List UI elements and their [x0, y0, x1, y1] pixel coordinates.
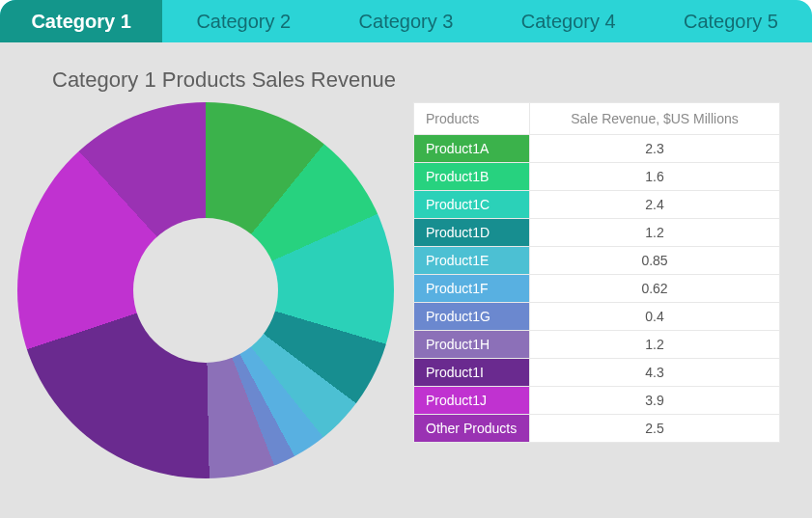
table-cell-product-name: Product1F: [414, 275, 530, 303]
panel: Category 1 Products Sales Revenue Produc…: [0, 42, 812, 518]
table-header-products: Products: [414, 103, 530, 135]
table-cell-product-name: Product1B: [414, 163, 530, 191]
table-row: Product1B1.6: [414, 163, 780, 191]
table-row: Product1I4.3: [414, 359, 780, 387]
tab-category-4[interactable]: Category 4: [488, 0, 650, 42]
tab-category-2[interactable]: Category 2: [162, 0, 324, 42]
chart-title: Category 1 Products Sales Revenue: [52, 68, 795, 93]
table-row: Product1C2.4: [414, 191, 780, 219]
table-cell-value: 1.2: [530, 219, 780, 247]
data-table: Products Sale Revenue, $US Millions Prod…: [413, 102, 780, 443]
table-row: Product1E0.85: [414, 247, 780, 275]
table-cell-value: 0.4: [530, 303, 780, 331]
table-row: Product1H1.2: [414, 331, 780, 359]
table-row: Product1F0.62: [414, 275, 780, 303]
table-cell-value: 2.3: [530, 135, 780, 163]
table-cell-value: 1.2: [530, 331, 780, 359]
table-cell-product-name: Product1A: [414, 135, 530, 163]
table-cell-value: 1.6: [530, 163, 780, 191]
table-cell-product-name: Product1H: [414, 331, 530, 359]
table-cell-product-name: Product1G: [414, 303, 530, 331]
table-header-value: Sale Revenue, $US Millions: [530, 103, 780, 135]
table-cell-value: 3.9: [530, 387, 780, 415]
table-cell-product-name: Product1E: [414, 247, 530, 275]
table-cell-value: 4.3: [530, 359, 780, 387]
table-header-row: Products Sale Revenue, $US Millions: [414, 103, 780, 135]
table-row: Product1A2.3: [414, 135, 780, 163]
table-cell-value: 2.5: [530, 415, 780, 443]
tab-bar: Category 1 Category 2 Category 3 Categor…: [0, 0, 812, 42]
table-cell-product-name: Product1I: [414, 359, 530, 387]
donut-chart: [17, 102, 394, 478]
tab-category-1[interactable]: Category 1: [0, 0, 162, 42]
table-row: Product1G0.4: [414, 303, 780, 331]
table-row: Product1D1.2: [414, 219, 780, 247]
table-cell-value: 2.4: [530, 191, 780, 219]
table-row: Product1J3.9: [414, 387, 780, 415]
tab-category-3[interactable]: Category 3: [324, 0, 487, 42]
tab-category-5[interactable]: Category 5: [650, 0, 812, 42]
table-cell-product-name: Other Products: [414, 415, 530, 443]
table-cell-product-name: Product1C: [414, 191, 530, 219]
table-cell-value: 0.85: [530, 247, 780, 275]
table-cell-product-name: Product1D: [414, 219, 530, 247]
table-row: Other Products2.5: [414, 415, 780, 443]
content: Products Sale Revenue, $US Millions Prod…: [17, 102, 795, 478]
table-cell-value: 0.62: [530, 275, 780, 303]
table-cell-product-name: Product1J: [414, 387, 530, 415]
